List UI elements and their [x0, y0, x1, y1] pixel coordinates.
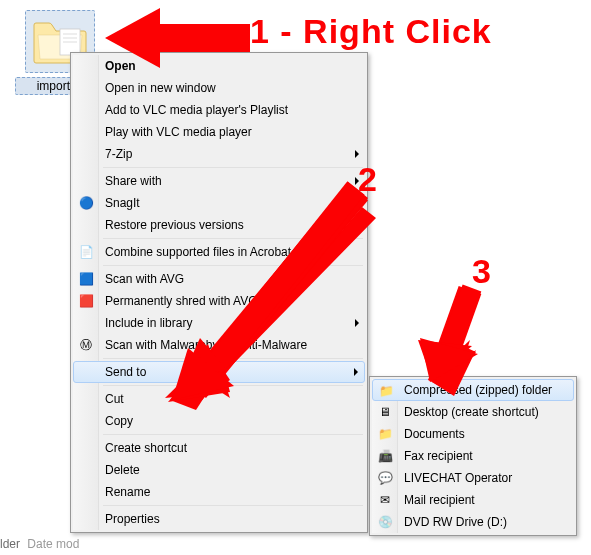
menu-send-to[interactable]: Send to	[73, 361, 365, 383]
mail-icon: ✉	[377, 492, 393, 508]
annotation-step3: 3	[472, 252, 492, 291]
desktop-icon: 🖥	[377, 404, 393, 420]
statusbar-date-label: Date mod	[27, 537, 79, 551]
fax-icon: 📠	[377, 448, 393, 464]
menu-combine-acrobat[interactable]: 📄Combine supported files in Acrobat...	[73, 241, 365, 263]
documents-icon: 📁	[377, 426, 393, 442]
statusbar-text: lder	[0, 537, 20, 551]
menu-restore-versions[interactable]: Restore previous versions	[73, 214, 365, 236]
menu-create-shortcut[interactable]: Create shortcut	[73, 437, 365, 459]
sendto-dvd[interactable]: 💿DVD RW Drive (D:)	[372, 511, 574, 533]
sendto-fax[interactable]: 📠Fax recipient	[372, 445, 574, 467]
acrobat-icon: 📄	[78, 244, 94, 260]
statusbar: lder Date mod	[0, 537, 79, 551]
menu-separator	[103, 385, 363, 386]
menu-include-library[interactable]: Include in library	[73, 312, 365, 334]
svg-rect-11	[158, 24, 248, 52]
livechat-icon: 💬	[377, 470, 393, 486]
snagit-icon: 🔵	[78, 195, 94, 211]
menu-open[interactable]: Open	[73, 55, 365, 77]
menu-7zip[interactable]: 7-Zip	[73, 143, 365, 165]
menu-separator	[103, 505, 363, 506]
sendto-compressed[interactable]: 📁Compressed (zipped) folder	[372, 379, 574, 401]
menu-scan-avg[interactable]: 🟦Scan with AVG	[73, 268, 365, 290]
context-menu: Open Open in new window Add to VLC media…	[70, 52, 368, 533]
menu-copy[interactable]: Copy	[73, 410, 365, 432]
menu-properties[interactable]: Properties	[73, 508, 365, 530]
sendto-desktop-shortcut[interactable]: 🖥Desktop (create shortcut)	[372, 401, 574, 423]
annotation-step2: 2	[358, 160, 378, 199]
menu-snagit[interactable]: 🔵SnagIt	[73, 192, 365, 214]
zip-folder-icon: 📁	[378, 383, 394, 399]
annotation-step1: 1 - Right Click	[250, 12, 492, 51]
menu-open-new-window[interactable]: Open in new window	[73, 77, 365, 99]
menu-add-vlc-playlist[interactable]: Add to VLC media player's Playlist	[73, 99, 365, 121]
sendto-documents[interactable]: 📁Documents	[372, 423, 574, 445]
avg-shred-icon: 🟥	[78, 293, 94, 309]
malwarebytes-icon: Ⓜ	[78, 337, 94, 353]
menu-scan-malwarebytes[interactable]: ⓂScan with Malwarebytes Anti-Malware	[73, 334, 365, 356]
avg-scan-icon: 🟦	[78, 271, 94, 287]
svg-marker-19	[418, 340, 472, 380]
menu-cut[interactable]: Cut	[73, 388, 365, 410]
sendto-livechat[interactable]: 💬LIVECHAT Operator	[372, 467, 574, 489]
send-to-submenu: 📁Compressed (zipped) folder 🖥Desktop (cr…	[369, 376, 577, 536]
menu-rename[interactable]: Rename	[73, 481, 365, 503]
sendto-mail[interactable]: ✉Mail recipient	[372, 489, 574, 511]
menu-separator	[103, 167, 363, 168]
menu-share-with[interactable]: Share with	[73, 170, 365, 192]
submenu-arrow-icon	[355, 150, 359, 158]
submenu-arrow-icon	[354, 368, 358, 376]
dvd-icon: 💿	[377, 514, 393, 530]
submenu-arrow-icon	[355, 319, 359, 327]
menu-separator	[103, 265, 363, 266]
menu-shred-avg[interactable]: 🟥Permanently shred with AVG	[73, 290, 365, 312]
menu-separator	[103, 434, 363, 435]
menu-separator	[103, 238, 363, 239]
menu-play-vlc[interactable]: Play with VLC media player	[73, 121, 365, 143]
menu-separator	[103, 358, 363, 359]
menu-delete[interactable]: Delete	[73, 459, 365, 481]
